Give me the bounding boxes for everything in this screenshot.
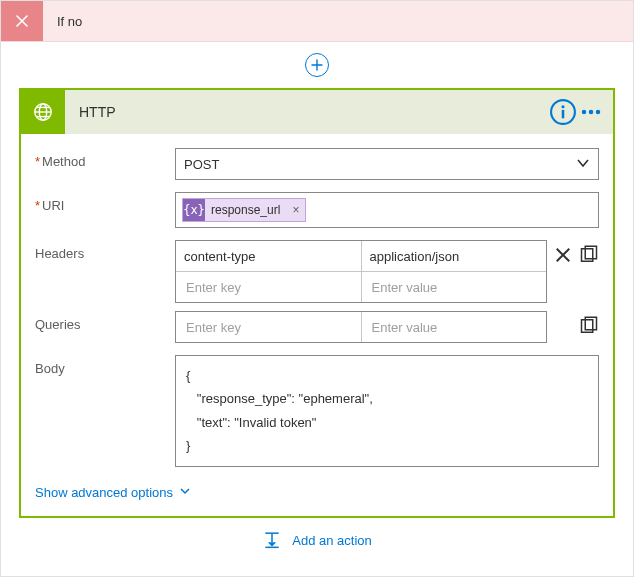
header-key-input[interactable] (176, 272, 362, 302)
info-icon[interactable] (549, 98, 577, 126)
switch-to-text-mode-button[interactable] (579, 245, 599, 265)
designer-canvas: If no HTTP (0, 0, 634, 577)
chevron-down-icon (179, 485, 191, 500)
headers-table: content-type application/json (175, 240, 547, 303)
header-value-input[interactable] (362, 272, 547, 302)
expression-icon: {x} (183, 199, 205, 221)
condition-branch-label: If no (43, 14, 82, 29)
http-card-title: HTTP (65, 104, 549, 120)
show-advanced-toggle[interactable]: Show advanced options (35, 485, 191, 500)
method-select[interactable]: POST (175, 148, 599, 180)
chevron-down-icon (576, 156, 590, 173)
body-input[interactable]: { "response_type": "ephemeral", "text": … (175, 355, 599, 467)
add-action-button[interactable]: Add an action (1, 529, 633, 552)
globe-icon (21, 90, 65, 134)
add-action-label: Add an action (292, 533, 372, 548)
close-icon (1, 1, 43, 41)
queries-row-new (176, 312, 546, 342)
insert-step-row (1, 42, 633, 88)
uri-input[interactable]: {x} response_url × (175, 192, 599, 228)
http-card-body: *Method POST *URI {x} (21, 134, 613, 516)
svg-point-5 (582, 110, 586, 114)
http-card-header[interactable]: HTTP (21, 90, 613, 134)
add-step-button[interactable] (305, 53, 329, 77)
header-value-cell[interactable]: application/json (362, 241, 547, 271)
headers-row: content-type application/json (176, 241, 546, 271)
expression-token[interactable]: {x} response_url × (182, 198, 306, 222)
svg-point-6 (589, 110, 593, 114)
queries-label: Queries (35, 311, 175, 332)
http-action-card: HTTP *Method POST (19, 88, 615, 518)
headers-label: Headers (35, 240, 175, 261)
condition-branch-bar: If no (1, 1, 633, 42)
headers-row-new (176, 271, 546, 302)
expression-token-text: response_url (205, 203, 286, 217)
method-label: *Method (35, 148, 175, 169)
add-action-icon (262, 529, 282, 552)
queries-table (175, 311, 547, 343)
delete-row-button[interactable] (553, 245, 573, 265)
method-value: POST (184, 157, 219, 172)
remove-token-button[interactable]: × (286, 203, 305, 217)
query-key-input[interactable] (176, 312, 362, 342)
svg-point-3 (561, 105, 564, 108)
header-key-cell[interactable]: content-type (176, 241, 362, 271)
query-value-input[interactable] (362, 312, 547, 342)
uri-label: *URI (35, 192, 175, 213)
body-label: Body (35, 355, 175, 376)
more-menu-button[interactable] (577, 98, 605, 126)
svg-point-7 (596, 110, 600, 114)
switch-to-text-mode-button[interactable] (579, 316, 599, 336)
svg-rect-4 (562, 110, 565, 118)
